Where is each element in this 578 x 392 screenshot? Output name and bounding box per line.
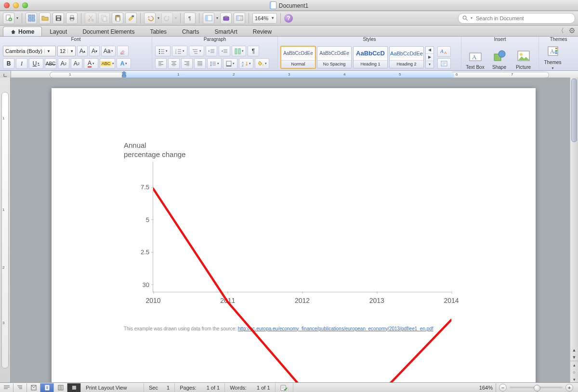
save-button[interactable] (53, 13, 64, 24)
tab-tables[interactable]: Tables (142, 26, 174, 36)
align-right-button[interactable] (181, 58, 193, 69)
format-painter-button[interactable] (125, 13, 137, 24)
styles-pane-button[interactable] (437, 58, 451, 69)
zoom-out-button[interactable]: − (499, 384, 507, 392)
toolbox-button[interactable] (220, 13, 232, 24)
zoom-in-button[interactable]: + (565, 384, 573, 392)
open-template-button[interactable] (26, 13, 37, 24)
zoom-combobox[interactable]: 164%▼ (252, 13, 277, 24)
bullets-button[interactable] (155, 46, 171, 56)
line-spacing-button[interactable] (207, 58, 222, 69)
underline-button[interactable]: U (29, 58, 43, 69)
style-heading-2[interactable]: AaBbCcDdEeHeading 2 (389, 46, 424, 68)
sidebar-button[interactable] (203, 13, 214, 24)
change-case-button[interactable]: Aa (101, 46, 116, 56)
search-input[interactable] (475, 15, 564, 22)
tab-layout[interactable]: Layout (42, 26, 75, 36)
text-effects-button[interactable]: A (117, 58, 131, 69)
style-no-spacing[interactable]: AaBbCcDdEeNo Spacing (317, 46, 352, 68)
style-normal[interactable]: AaBbCcDdEeNormal (281, 46, 315, 68)
italic-button[interactable]: I (16, 58, 27, 69)
columns-indicator-button[interactable] (232, 46, 246, 56)
new-document-button[interactable] (3, 13, 14, 24)
font-color-button[interactable]: A (84, 58, 98, 69)
svg-point-40 (262, 65, 263, 66)
help-button[interactable]: ? (284, 14, 293, 23)
strikethrough-button[interactable]: ABC (45, 58, 56, 69)
show-formatting-button[interactable]: ¶ (184, 13, 196, 24)
change-styles-button[interactable]: AA (437, 46, 451, 57)
shrink-font-button[interactable]: A▾ (89, 46, 100, 56)
document-page[interactable]: Annualpercentage change 30 2.5 5 7.5 201… (52, 88, 536, 383)
indent-marker[interactable] (122, 71, 126, 78)
align-center-button[interactable] (168, 58, 180, 69)
status-pages[interactable]: Pages: 1 of 1 (175, 383, 225, 392)
tab-document-elements[interactable]: Document Elements (75, 26, 142, 36)
zoom-slider-knob[interactable] (534, 385, 540, 392)
multilevel-list-button[interactable] (189, 46, 204, 56)
ribbon-toggle-icon[interactable]: 〈 (558, 26, 564, 35)
browse-object-icon[interactable]: ○ (570, 368, 578, 376)
ribbon-options-icon[interactable] (569, 27, 575, 35)
vertical-ruler[interactable]: 1 1 2 3 (0, 78, 11, 383)
tab-smartart[interactable]: SmartArt (207, 26, 245, 36)
shading-button[interactable] (255, 58, 269, 69)
scrollbar-thumb[interactable] (571, 78, 577, 142)
highlight-button[interactable]: ABC (100, 58, 115, 69)
tab-review[interactable]: Review (245, 26, 279, 36)
grow-font-button[interactable]: A▴ (77, 46, 88, 56)
view-draft-button[interactable] (0, 383, 13, 392)
next-page-icon[interactable]: ▾ (570, 376, 578, 383)
style-heading-1[interactable]: AaBbCcDHeading 1 (353, 46, 388, 68)
font-name-combobox[interactable]: Cambria (Body)▼ (3, 46, 56, 56)
tab-charts[interactable]: Charts (174, 26, 207, 36)
status-zoom-value[interactable]: 164% (479, 385, 493, 391)
prev-page-icon[interactable]: ▴ (570, 361, 578, 368)
svg-point-47 (499, 51, 505, 57)
scroll-up-icon[interactable]: ▲ (570, 346, 578, 353)
insert-picture-button[interactable]: Picture (512, 43, 534, 70)
vertical-scrollbar[interactable]: ▲ ▼ ▴ ○ ▾ (570, 78, 578, 383)
superscript-button[interactable]: A2 (58, 58, 69, 69)
themes-button[interactable]: AaThemes▼ (542, 43, 564, 70)
show-paragraph-marks-button[interactable]: ¶ (248, 46, 259, 56)
undo-button[interactable] (144, 13, 156, 24)
insert-textbox-button[interactable]: AText Box (464, 43, 486, 70)
status-section[interactable]: Sec 1 (144, 383, 175, 392)
gallery-button[interactable] (234, 13, 245, 24)
search-field[interactable]: ▾ (458, 13, 575, 24)
tab-home[interactable]: Home (3, 26, 42, 36)
styles-scroll[interactable]: ◀▶▾ (425, 46, 434, 68)
svg-point-28 (571, 30, 572, 31)
view-focus-button[interactable] (67, 383, 80, 392)
borders-button[interactable] (223, 58, 237, 69)
bold-button[interactable]: B (3, 58, 14, 69)
clear-formatting-button[interactable] (117, 46, 129, 56)
view-outline-button[interactable] (13, 383, 27, 392)
open-button[interactable] (39, 13, 51, 24)
insert-shape-button[interactable]: Shape (488, 43, 510, 70)
chart-title: Annualpercentage change (124, 141, 451, 159)
subscript-button[interactable]: A2 (71, 58, 82, 69)
view-print-layout-button[interactable] (40, 383, 54, 392)
cut-button[interactable] (85, 13, 96, 24)
numbering-button[interactable]: 123 (172, 46, 187, 56)
increase-indent-button[interactable] (219, 46, 230, 56)
font-size-combobox[interactable]: 12▼ (57, 46, 76, 56)
print-button[interactable] (66, 13, 78, 24)
scroll-down-icon[interactable]: ▼ (570, 353, 578, 361)
svg-rect-25 (236, 16, 238, 20)
status-words[interactable]: Words: 1 of 1 (225, 383, 275, 392)
align-left-button[interactable] (155, 58, 167, 69)
justify-button[interactable] (194, 58, 206, 69)
zoom-slider[interactable] (510, 387, 563, 389)
redo-button[interactable] (161, 13, 173, 24)
view-publishing-button[interactable] (27, 383, 40, 392)
decrease-indent-button[interactable] (206, 46, 217, 56)
sort-button[interactable]: AZ (239, 58, 253, 69)
copy-button[interactable] (98, 13, 110, 24)
view-notebook-button[interactable] (54, 383, 67, 392)
status-spellcheck[interactable] (276, 383, 293, 392)
svg-point-26 (463, 16, 466, 19)
paste-button[interactable] (112, 13, 123, 24)
